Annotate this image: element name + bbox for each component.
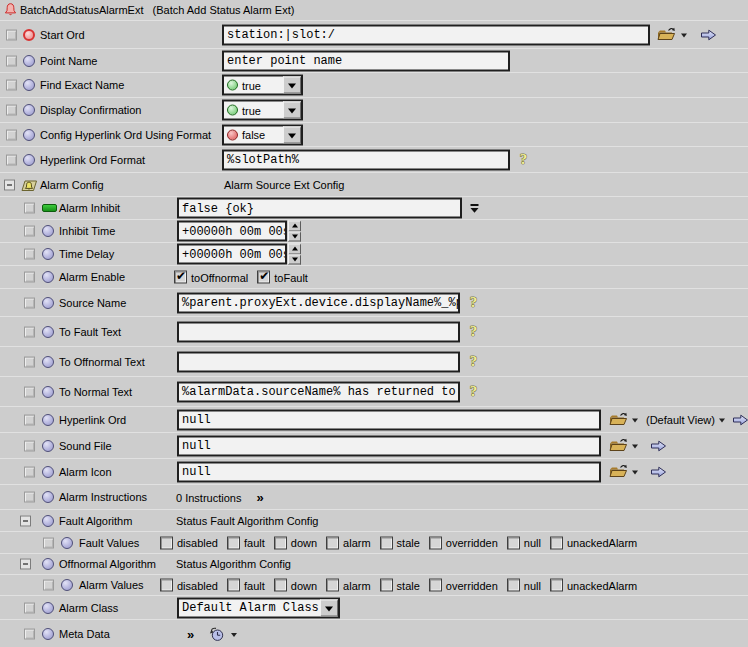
flag-checkbox-overridden[interactable]	[429, 536, 442, 549]
dropdown-button[interactable]	[283, 102, 301, 119]
double-chevron-icon[interactable]: »	[256, 490, 262, 505]
row-select-checkbox[interactable]	[6, 129, 17, 140]
row-select-checkbox[interactable]	[24, 629, 35, 640]
chevron-down-icon[interactable]	[719, 419, 725, 423]
double-chevron-icon[interactable]: »	[187, 627, 193, 642]
chevron-down-icon[interactable]	[632, 445, 638, 449]
property-label: Alarm Enable	[59, 271, 125, 283]
section-label: Alarm Config	[40, 179, 104, 191]
hyperlink-ord-input[interactable]: null	[177, 409, 601, 430]
start-ord-input[interactable]: station:|slot:/	[222, 24, 650, 45]
to-normal-text-input[interactable]: %alarmData.sourceName% has returned to n	[177, 381, 460, 402]
chevron-down-icon[interactable]	[681, 34, 687, 38]
row-select-checkbox[interactable]	[6, 29, 17, 40]
collapse-toggle[interactable]	[20, 515, 31, 526]
flag-checkbox-stale[interactable]	[380, 536, 393, 549]
row-select-checkbox[interactable]	[43, 580, 54, 591]
folder-open-icon[interactable]	[608, 438, 629, 454]
dropdown-button[interactable]	[283, 126, 301, 143]
spinner-up-button[interactable]	[288, 221, 301, 232]
time-delay-input[interactable]: +00000h 00m 00s	[177, 244, 287, 265]
row-select-checkbox[interactable]	[6, 80, 17, 91]
flag-checkbox-unackedAlarm[interactable]	[550, 536, 563, 549]
row-select-checkbox[interactable]	[24, 249, 35, 260]
inhibit-time-input[interactable]: +00000h 00m 00s	[177, 221, 287, 242]
flag-label: disabled	[177, 537, 218, 549]
history-clock-icon[interactable]	[207, 626, 226, 642]
row-select-checkbox[interactable]	[43, 537, 54, 548]
sound-file-input[interactable]: null	[177, 435, 601, 456]
question-icon[interactable]: ?	[467, 353, 480, 371]
row-select-checkbox[interactable]	[6, 105, 17, 116]
flag-checkbox-unackedAlarm[interactable]	[550, 579, 563, 592]
row-select-checkbox[interactable]	[24, 386, 35, 397]
row-select-checkbox[interactable]	[24, 466, 35, 477]
display-confirmation-dropdown[interactable]: true	[222, 100, 303, 121]
chevron-down-icon[interactable]	[231, 633, 237, 637]
flag-checkbox-down[interactable]	[274, 536, 287, 549]
hyperlink-ord-format-input[interactable]: %slotPath%	[222, 149, 510, 170]
alarm-class-dropdown[interactable]: Default Alarm Class	[177, 597, 340, 618]
question-icon[interactable]: ?	[517, 151, 530, 169]
arrow-right-icon[interactable]	[700, 28, 717, 41]
flag-checkbox-disabled[interactable]	[160, 536, 173, 549]
folder-open-icon[interactable]	[656, 27, 677, 43]
flag-checkbox-null[interactable]	[507, 579, 520, 592]
row-select-checkbox[interactable]	[24, 602, 35, 613]
alarm-icon-input[interactable]: null	[177, 461, 601, 482]
source-name-input[interactable]: %parent.proxyExt.device.displayName%_%pa	[177, 292, 460, 313]
row-select-checkbox[interactable]	[24, 356, 35, 367]
flag-checkbox-fault[interactable]	[227, 579, 240, 592]
question-icon[interactable]: ?	[467, 294, 480, 312]
checkbox-label: toFault	[274, 271, 308, 283]
flag-checkbox-alarm[interactable]	[326, 579, 339, 592]
question-icon[interactable]: ?	[467, 323, 480, 341]
row-select-checkbox[interactable]	[6, 55, 17, 66]
row-select-checkbox[interactable]	[24, 203, 35, 214]
arrow-right-icon[interactable]	[732, 413, 748, 426]
question-icon[interactable]: ?	[467, 383, 480, 401]
config-hyperlink-dropdown[interactable]: false	[222, 124, 303, 145]
view-selector-label[interactable]: (Default View)	[646, 414, 715, 426]
to-fault-text-input[interactable]	[177, 321, 460, 342]
alarm-inhibit-field[interactable]: false {ok}	[177, 198, 462, 219]
dropdown-button[interactable]	[283, 77, 301, 94]
property-label: Alarm Values	[79, 579, 144, 591]
arrow-right-icon[interactable]	[650, 439, 667, 452]
flag-checkbox-fault[interactable]	[227, 536, 240, 549]
flag-checkbox-down[interactable]	[274, 579, 287, 592]
flag-checkbox-overridden[interactable]	[429, 579, 442, 592]
spinner-down-button[interactable]	[288, 254, 301, 265]
arrow-right-icon[interactable]	[650, 465, 667, 478]
row-select-checkbox[interactable]	[24, 414, 35, 425]
row-select-checkbox[interactable]	[24, 272, 35, 283]
flag-checkbox-stale[interactable]	[380, 579, 393, 592]
row-select-checkbox[interactable]	[24, 326, 35, 337]
folder-open-icon[interactable]	[608, 464, 629, 480]
row-select-checkbox[interactable]	[24, 226, 35, 237]
chevron-down-icon[interactable]	[632, 419, 638, 423]
row-select-checkbox[interactable]	[6, 154, 17, 165]
flag-checkbox-disabled[interactable]	[160, 579, 173, 592]
folder-open-icon[interactable]	[608, 412, 629, 428]
toOffnormal-checkbox[interactable]	[174, 271, 187, 284]
toFault-checkbox[interactable]	[257, 271, 270, 284]
row-select-checkbox[interactable]	[24, 492, 35, 503]
collapse-down-icon[interactable]	[470, 203, 479, 213]
spinner-down-button[interactable]	[288, 231, 301, 242]
collapse-toggle[interactable]	[20, 559, 31, 570]
flag-checkbox-null[interactable]	[507, 536, 520, 549]
chevron-down-icon[interactable]	[632, 471, 638, 475]
sound-file-editor: null	[177, 435, 667, 456]
flag-checkbox-alarm[interactable]	[326, 536, 339, 549]
row-select-checkbox[interactable]	[24, 440, 35, 451]
dropdown-button[interactable]	[320, 599, 338, 616]
property-label: Config Hyperlink Ord Using Format	[40, 129, 211, 141]
dropdown-value: Default Alarm Class	[182, 601, 319, 615]
collapse-toggle[interactable]	[4, 179, 15, 190]
spinner-up-button[interactable]	[288, 244, 301, 255]
point-name-input[interactable]: enter point name	[222, 50, 510, 71]
to-offnormal-text-input[interactable]	[177, 351, 460, 372]
find-exact-name-dropdown[interactable]: true	[222, 75, 303, 96]
row-select-checkbox[interactable]	[24, 297, 35, 308]
